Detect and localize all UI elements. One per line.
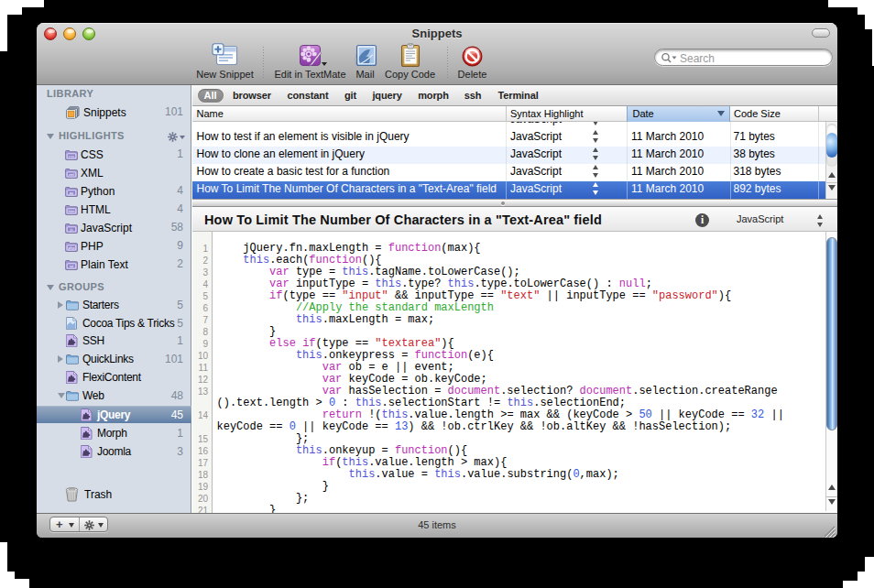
svg-text:xml: xml xyxy=(69,172,75,177)
svg-text:js: js xyxy=(69,227,72,232)
svg-text:htm: htm xyxy=(69,209,75,213)
svg-text:php: php xyxy=(69,245,76,250)
svg-text:css: css xyxy=(69,154,74,158)
